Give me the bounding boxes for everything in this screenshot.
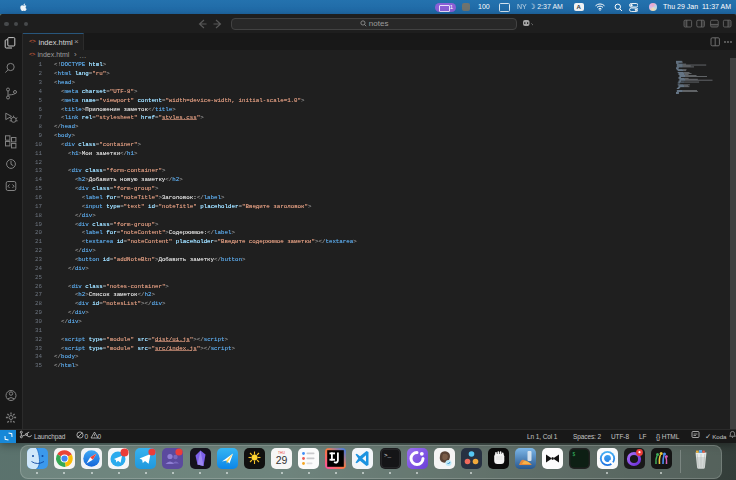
svg-text:29: 29 [276, 454, 288, 466]
svg-text:>_: >_ [384, 452, 392, 459]
svg-text:$: $ [573, 452, 576, 457]
